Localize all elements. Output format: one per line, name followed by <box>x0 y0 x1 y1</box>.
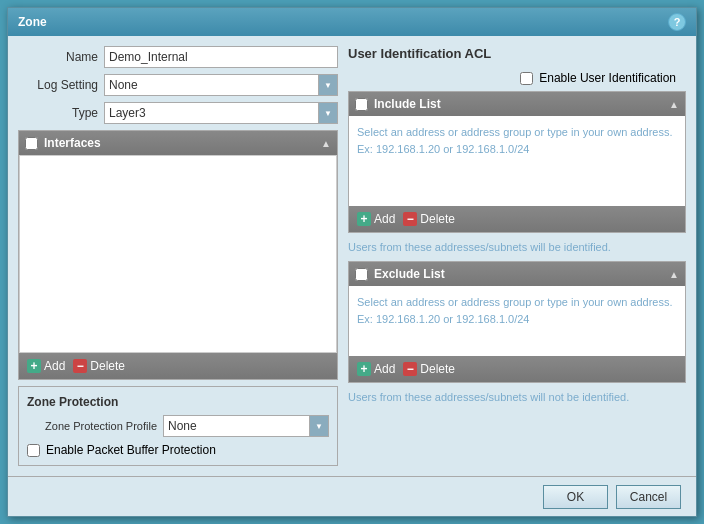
log-setting-wrapper: None ▼ <box>104 74 338 96</box>
ok-button[interactable]: OK <box>543 485 608 509</box>
dialog-title: Zone <box>18 15 47 29</box>
name-input[interactable] <box>104 46 338 68</box>
include-add-label: Add <box>374 212 395 226</box>
include-list-hint: Select an address or address group or ty… <box>357 126 673 155</box>
exclude-add-icon: + <box>357 362 371 376</box>
include-add-icon: + <box>357 212 371 226</box>
include-info: Users from these addresses/subnets will … <box>348 239 686 255</box>
packet-buffer-label: Enable Packet Buffer Protection <box>46 443 216 457</box>
interfaces-label: Interfaces <box>44 136 315 150</box>
exclude-add-label: Add <box>374 362 395 376</box>
zone-protection-title: Zone Protection <box>27 395 329 409</box>
include-list-content: Select an address or address group or ty… <box>349 116 685 206</box>
include-delete-label: Delete <box>420 212 455 226</box>
exclude-add-button[interactable]: + Add <box>357 362 395 376</box>
footer: OK Cancel <box>8 476 696 516</box>
uid-checkbox-row: Enable User Identification <box>348 71 686 85</box>
left-panel: Name Log Setting None ▼ Type Layer3 <box>18 46 338 466</box>
include-list-header: Include List ▲ <box>349 92 685 116</box>
packet-buffer-checkbox[interactable] <box>27 444 40 457</box>
interfaces-add-label: Add <box>44 359 65 373</box>
type-row: Type Layer3 ▼ <box>18 102 338 124</box>
del-icon: − <box>73 359 87 373</box>
include-add-button[interactable]: + Add <box>357 212 395 226</box>
exclude-delete-button[interactable]: − Delete <box>403 362 455 376</box>
help-icon[interactable]: ? <box>668 13 686 31</box>
type-label: Type <box>18 106 98 120</box>
interfaces-content <box>19 155 337 353</box>
exclude-del-icon: − <box>403 362 417 376</box>
include-delete-button[interactable]: − Delete <box>403 212 455 226</box>
type-select[interactable]: Layer3 <box>104 102 338 124</box>
interfaces-action-bar: + Add − Delete <box>19 353 337 379</box>
interfaces-header: Interfaces ▲ <box>19 131 337 155</box>
interfaces-checkbox[interactable] <box>25 137 38 150</box>
include-del-icon: − <box>403 212 417 226</box>
include-list-label: Include List <box>374 97 663 111</box>
right-panel: User Identification ACL Enable User Iden… <box>348 46 686 466</box>
add-icon: + <box>27 359 41 373</box>
zone-protection-wrapper: None ▼ <box>163 415 329 437</box>
exclude-list-label: Exclude List <box>374 267 663 281</box>
interfaces-panel: Interfaces ▲ + Add − Delete <box>18 130 338 380</box>
exclude-list-checkbox[interactable] <box>355 268 368 281</box>
include-list-action-bar: + Add − Delete <box>349 206 685 232</box>
interfaces-add-button[interactable]: + Add <box>27 359 65 373</box>
exclude-list-panel: Exclude List ▲ Select an address or addr… <box>348 261 686 383</box>
uid-title: User Identification ACL <box>348 46 686 61</box>
interfaces-sort: ▲ <box>321 138 331 149</box>
type-wrapper: Layer3 ▼ <box>104 102 338 124</box>
exclude-list-action-bar: + Add − Delete <box>349 356 685 382</box>
zone-protection-profile-row: Zone Protection Profile None ▼ <box>27 415 329 437</box>
exclude-list-sort: ▲ <box>669 269 679 280</box>
packet-buffer-row: Enable Packet Buffer Protection <box>27 443 329 457</box>
include-list-checkbox[interactable] <box>355 98 368 111</box>
dialog-content: Name Log Setting None ▼ Type Layer3 <box>8 36 696 476</box>
cancel-button[interactable]: Cancel <box>616 485 681 509</box>
name-label: Name <box>18 50 98 64</box>
log-setting-label: Log Setting <box>18 78 98 92</box>
log-setting-row: Log Setting None ▼ <box>18 74 338 96</box>
zone-protection: Zone Protection Zone Protection Profile … <box>18 386 338 466</box>
zone-protection-profile-label: Zone Protection Profile <box>27 420 157 432</box>
exclude-delete-label: Delete <box>420 362 455 376</box>
interfaces-delete-button[interactable]: − Delete <box>73 359 125 373</box>
interfaces-delete-label: Delete <box>90 359 125 373</box>
enable-uid-checkbox[interactable] <box>520 72 533 85</box>
include-list-panel: Include List ▲ Select an address or addr… <box>348 91 686 233</box>
uid-section: User Identification ACL Enable User Iden… <box>348 46 686 405</box>
exclude-list-content: Select an address or address group or ty… <box>349 286 685 356</box>
name-row: Name <box>18 46 338 68</box>
exclude-info: Users from these addresses/subnets will … <box>348 389 686 405</box>
zone-dialog: Zone ? Name Log Setting None ▼ <box>7 7 697 517</box>
enable-uid-label: Enable User Identification <box>539 71 676 85</box>
include-list-sort: ▲ <box>669 99 679 110</box>
log-setting-select[interactable]: None <box>104 74 338 96</box>
exclude-list-hint: Select an address or address group or ty… <box>357 296 673 325</box>
exclude-list-header: Exclude List ▲ <box>349 262 685 286</box>
title-bar: Zone ? <box>8 8 696 36</box>
zone-protection-select[interactable]: None <box>163 415 329 437</box>
